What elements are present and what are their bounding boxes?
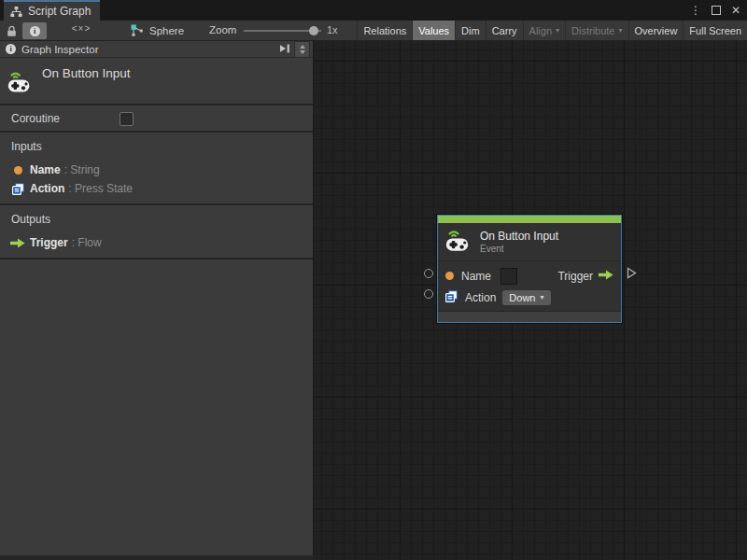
trigger-port-label: Trigger: [557, 270, 593, 283]
window-menu-icon[interactable]: ⋮: [690, 5, 701, 16]
coroutine-label: Coroutine: [11, 112, 60, 125]
chevron-down-icon: ▾: [540, 294, 543, 301]
port-name: Trigger: [30, 236, 68, 249]
script-graph-window: Script Graph ⋮ ✕ i <×> Sphere: [0, 0, 747, 560]
node-subtitle: Event: [480, 244, 558, 254]
zoom-label: Zoom: [209, 24, 236, 35]
graph-reference-icon: [131, 24, 144, 37]
node-header-text: On Button Input Event: [480, 230, 558, 254]
node-footer: [438, 311, 621, 322]
output-port-trigger[interactable]: [627, 266, 637, 283]
window-controls: ⋮ ✕: [690, 0, 740, 21]
port-name: Name: [30, 163, 61, 176]
overview-button[interactable]: Overview: [628, 21, 684, 40]
zoom-slider-thumb[interactable]: [309, 26, 318, 35]
relations-label: Relations: [363, 25, 406, 36]
inputs-section: Inputs Name : String Action : Press Stat…: [0, 133, 313, 205]
panel-bottom-edge: [0, 555, 314, 560]
gamepad-icon: [445, 228, 473, 256]
carry-label: Carry: [492, 25, 517, 36]
align-label: Align: [529, 25, 552, 36]
input-row-name: Name : String: [0, 161, 313, 179]
coroutine-checkbox[interactable]: [120, 112, 134, 126]
carry-button[interactable]: Carry: [486, 21, 523, 40]
full-screen-button[interactable]: Full Screen: [683, 21, 747, 40]
toolbar-buttons: Relations Values Dim Carry Align▾ Distri…: [357, 21, 747, 40]
outputs-title: Outputs: [0, 213, 313, 226]
close-icon[interactable]: ✕: [731, 5, 740, 16]
port-name: Action: [30, 182, 64, 195]
lock-button[interactable]: [7, 24, 17, 41]
panel-width-stepper[interactable]: [294, 41, 310, 58]
values-label: Values: [418, 25, 449, 36]
code-view-button[interactable]: <×>: [67, 23, 95, 34]
action-dropdown-value: Down: [509, 292, 535, 303]
unit-title: On Button Input: [42, 66, 131, 80]
relations-button[interactable]: Relations: [357, 21, 412, 40]
graph-owner-label: Sphere: [149, 25, 184, 36]
arrow-up-icon[interactable]: [300, 45, 305, 49]
info-icon: i: [6, 44, 16, 54]
unit-header: On Button Input: [0, 58, 313, 105]
output-row-trigger: Trigger : Flow: [0, 233, 313, 252]
inspector-title: Graph Inspector: [21, 44, 98, 55]
graph-owner-selector[interactable]: Sphere: [131, 21, 184, 41]
name-port-input[interactable]: [500, 268, 517, 285]
tab-script-graph[interactable]: Script Graph: [4, 0, 100, 21]
chevron-down-icon: ▾: [556, 27, 559, 35]
name-port-label: Name: [461, 270, 491, 283]
action-dropdown[interactable]: Down ▾: [502, 290, 550, 305]
lock-icon: [7, 25, 17, 37]
chevron-down-icon: ▾: [619, 27, 623, 35]
input-port-name[interactable]: [424, 269, 433, 278]
arrow-down-icon[interactable]: [300, 50, 305, 54]
action-port-label: Action: [465, 291, 496, 304]
overview-label: Overview: [635, 25, 678, 36]
node-header[interactable]: On Button Input Event: [438, 223, 621, 261]
info-icon: i: [30, 26, 40, 36]
coroutine-row: Coroutine: [0, 105, 313, 133]
dim-button[interactable]: Dim: [455, 21, 486, 40]
gamepad-icon: [7, 69, 35, 97]
graph-canvas[interactable]: On Button Input Event Name Trigger: [314, 41, 747, 560]
enum-port-icon[interactable]: [445, 290, 458, 305]
port-type: : Press State: [68, 182, 133, 195]
input-row-action: Action : Press State: [0, 179, 313, 198]
trigger-port: Trigger: [557, 270, 613, 283]
node-on-button-input[interactable]: On Button Input Event Name Trigger: [437, 215, 622, 323]
full-screen-label: Full Screen: [689, 25, 741, 36]
node-row-action: Action Down ▾: [438, 287, 621, 308]
values-button[interactable]: Values: [412, 21, 455, 40]
flow-arrow-icon[interactable]: [599, 270, 613, 283]
align-button[interactable]: Align▾: [523, 21, 565, 40]
dock-panel-icon[interactable]: [279, 44, 290, 55]
graph-hierarchy-icon: [10, 7, 22, 17]
zoom-value: 1x: [327, 24, 338, 35]
string-port-icon: [9, 166, 26, 175]
string-port-icon[interactable]: [445, 272, 454, 280]
port-type: : String: [64, 163, 100, 176]
tab-label: Script Graph: [28, 5, 91, 18]
graph-toolbar: i <×> Sphere Zoom 1x Relations Values Di…: [0, 21, 747, 41]
graph-inspector-panel: i Graph Inspector: [0, 41, 314, 555]
distribute-label: Distribute: [571, 25, 614, 36]
node-title: On Button Input: [480, 230, 558, 243]
inspector-toggle-button[interactable]: i: [22, 22, 47, 39]
inspector-header: i Graph Inspector: [0, 41, 313, 58]
distribute-button[interactable]: Distribute▾: [565, 21, 627, 40]
input-port-action[interactable]: [424, 289, 433, 299]
node-event-color-bar: [438, 216, 621, 223]
flow-arrow-icon: [9, 238, 26, 248]
port-type: : Flow: [72, 236, 102, 249]
inputs-title: Inputs: [0, 140, 313, 153]
maximize-icon[interactable]: [712, 6, 721, 15]
node-body: Name Trigger: [438, 261, 621, 311]
tab-bar: Script Graph ⋮ ✕: [0, 0, 747, 21]
dim-label: Dim: [461, 25, 480, 36]
outputs-section: Outputs Trigger : Flow: [0, 205, 313, 259]
node-row-name: Name Trigger: [438, 265, 621, 287]
enum-port-icon: [9, 183, 26, 195]
